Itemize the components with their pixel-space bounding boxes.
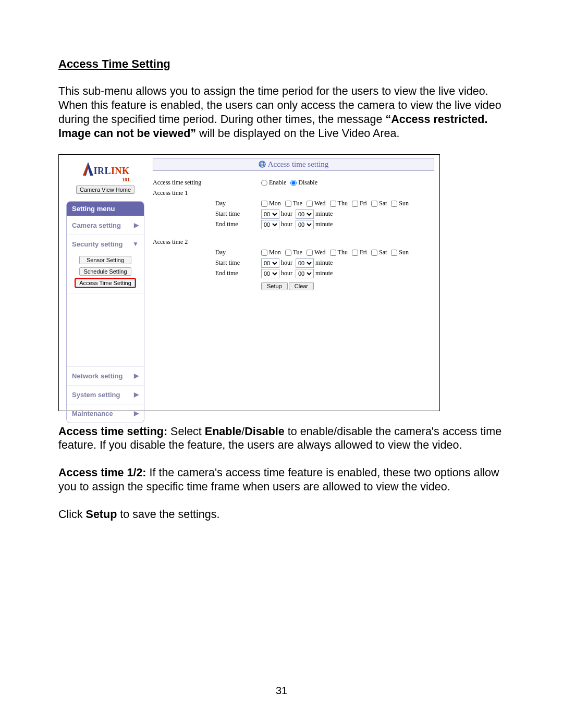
checkbox-thu-2[interactable]	[330, 250, 336, 256]
label-minute: minute	[315, 210, 333, 218]
intro-paragraph: This sub-menu allows you to assign the t…	[58, 84, 511, 141]
disable-label: Disable	[298, 179, 317, 187]
menu-item-label: Security setting	[72, 240, 123, 248]
checkbox-wed-1[interactable]	[307, 201, 313, 207]
globe-icon	[259, 161, 266, 168]
label-start-time: Start time	[215, 259, 261, 267]
security-submenu: Sensor Setting Schedule Setting Access T…	[67, 253, 144, 293]
menu-item-label: Maintenance	[72, 410, 113, 417]
menu-item-label: Network setting	[72, 372, 123, 380]
text: Click	[58, 508, 86, 521]
label-hour: hour	[281, 269, 292, 277]
start-hour-select-2[interactable]: 00	[261, 258, 279, 268]
label-end-time: End time	[215, 269, 261, 277]
day-fri: Fri	[360, 200, 367, 207]
checkbox-mon-1[interactable]	[261, 201, 267, 207]
end-minute-select-2[interactable]: 00	[296, 269, 314, 278]
day-wed: Wed	[314, 200, 326, 207]
checkbox-tue-1[interactable]	[285, 201, 291, 207]
day-mon: Mon	[269, 249, 281, 256]
logo-subtext: 101	[66, 177, 144, 182]
checkbox-wed-2[interactable]	[307, 250, 313, 256]
menu-spacer	[67, 293, 144, 366]
bold-disable: Disable	[244, 425, 284, 438]
description-text: Access time setting: Select Enable/Disab…	[58, 425, 511, 522]
settings-form: Access time setting Enable Disable Acces…	[153, 171, 434, 291]
day-checkbox-row-1: Mon Tue Wed Thu Fri Sat Sun	[261, 200, 434, 207]
label-minute: minute	[315, 269, 333, 277]
label-minute: minute	[315, 220, 333, 228]
label-end-time: End time	[215, 220, 261, 228]
day-thu: Thu	[338, 200, 348, 207]
chevron-down-icon: ▼	[132, 240, 139, 248]
settings-menu-header: Setting menu	[67, 202, 144, 216]
setup-button[interactable]: Setup	[261, 282, 288, 290]
day-thu: Thu	[338, 249, 348, 256]
day-mon: Mon	[269, 200, 281, 207]
day-fri: Fri	[360, 249, 367, 256]
def-access-time-12: Access time 1/2:	[58, 466, 146, 479]
day-sat: Sat	[379, 249, 387, 256]
label-minute: minute	[315, 259, 333, 267]
start-minute-select-1[interactable]: 00	[296, 209, 314, 219]
text: Select	[167, 425, 205, 438]
start-hour-select-1[interactable]: 00	[261, 209, 279, 219]
checkbox-tue-2[interactable]	[285, 250, 291, 256]
def-access-time-setting: Access time setting:	[58, 425, 167, 438]
end-minute-select-1[interactable]: 00	[296, 220, 314, 229]
label-access-time-setting: Access time setting	[153, 179, 215, 187]
logo-text-2: INK	[111, 166, 130, 176]
sensor-setting-button[interactable]: Sensor Setting	[79, 256, 131, 264]
label-hour: hour	[281, 259, 292, 267]
pane-title-text: Access time setting	[268, 160, 329, 168]
day-tue: Tue	[293, 200, 302, 207]
label-start-time: Start time	[215, 210, 261, 218]
menu-item-camera-setting[interactable]: Camera setting ▶	[67, 216, 144, 235]
checkbox-thu-1[interactable]	[330, 201, 336, 207]
label-day: Day	[215, 249, 261, 256]
ui-screenshot: IRLINK 101 Camera View Home Setting menu…	[58, 154, 440, 411]
end-hour-select-1[interactable]: 00	[261, 220, 279, 229]
menu-item-network-setting[interactable]: Network setting ▶	[67, 366, 144, 385]
camera-view-home-button[interactable]: Camera View Home	[76, 186, 134, 194]
end-hour-select-2[interactable]: 00	[261, 269, 279, 278]
logo-text-1: IRL	[93, 166, 111, 176]
pane-title-bar: Access time setting	[153, 158, 434, 171]
bold-enable: Enable	[205, 425, 242, 438]
day-checkbox-row-2: Mon Tue Wed Thu Fri Sat Sun	[261, 249, 434, 256]
menu-item-system-setting[interactable]: System setting ▶	[67, 385, 144, 404]
intro-text-2: will be displayed on the Live Video Area…	[196, 127, 399, 140]
schedule-setting-button[interactable]: Schedule Setting	[79, 267, 131, 276]
menu-item-security-setting[interactable]: Security setting ▼	[67, 235, 144, 253]
page-number: 31	[0, 685, 563, 697]
day-wed: Wed	[314, 249, 326, 256]
checkbox-fri-1[interactable]	[352, 201, 358, 207]
checkbox-fri-2[interactable]	[352, 250, 358, 256]
checkbox-mon-2[interactable]	[261, 250, 267, 256]
chevron-right-icon: ▶	[134, 372, 139, 379]
menu-item-label: Camera setting	[72, 221, 121, 229]
text: to save the settings.	[117, 508, 219, 521]
label-hour: hour	[281, 220, 292, 228]
checkbox-sat-2[interactable]	[371, 250, 377, 256]
chevron-right-icon: ▶	[134, 391, 139, 398]
menu-item-maintenance[interactable]: Maintenance ▶	[67, 404, 144, 423]
checkbox-sat-1[interactable]	[371, 201, 377, 207]
enable-radio[interactable]	[261, 180, 267, 186]
label-hour: hour	[281, 210, 292, 218]
label-access-time-1: Access time 1	[153, 189, 215, 197]
start-minute-select-2[interactable]: 00	[296, 258, 314, 268]
settings-menu: Setting menu Camera setting ▶ Security s…	[66, 201, 144, 423]
checkbox-sun-1[interactable]	[391, 201, 397, 207]
chevron-right-icon: ▶	[134, 221, 139, 229]
access-time-setting-button[interactable]: Access Time Setting	[76, 279, 135, 287]
day-sun: Sun	[399, 200, 409, 207]
day-sun: Sun	[399, 249, 409, 256]
label-day: Day	[215, 200, 261, 207]
clear-button[interactable]: Clear	[289, 282, 314, 290]
chevron-right-icon: ▶	[134, 410, 139, 417]
bold-setup: Setup	[86, 508, 117, 521]
day-tue: Tue	[293, 249, 302, 256]
disable-radio[interactable]	[290, 180, 297, 186]
checkbox-sun-2[interactable]	[391, 250, 397, 256]
